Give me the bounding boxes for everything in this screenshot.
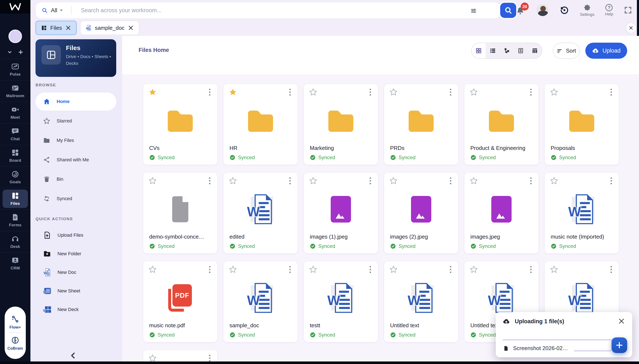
star-outline-icon[interactable] [470,88,478,96]
card-hr[interactable]: HRSynced [224,84,297,165]
rail-item-pulse[interactable]: Pulse [0,59,31,80]
card-images-jpeg[interactable]: images.jpegSynced [464,173,538,253]
card-music-note-imported[interactable]: Wmusic note (Imported)Synced [545,173,619,253]
card-demo-symbol-conce[interactable]: demo-symbol-conce…Synced [143,173,217,253]
kebab-menu-icon[interactable] [206,265,213,274]
card-prds[interactable]: PRDsSynced [384,84,458,165]
sidebar-item-my-files[interactable]: My Files [36,131,116,150]
toast-close-icon[interactable] [618,318,625,325]
rail-item-chat[interactable]: Chat [0,123,31,145]
rail-item-forms[interactable]: Forms [0,210,31,231]
star-outline-icon[interactable] [309,265,317,274]
kebab-menu-icon[interactable] [366,265,374,274]
card-edited[interactable]: WeditedSynced [224,173,297,253]
tab-sample-doc[interactable]: Wsample_doc [80,21,139,35]
tab-close-icon[interactable] [128,25,134,31]
kebab-menu-icon[interactable] [366,176,374,185]
search-filters-icon[interactable] [470,8,477,14]
flow-icon[interactable] [11,315,20,324]
kebab-menu-icon[interactable] [607,176,615,185]
star-outline-icon[interactable] [309,88,317,96]
chevron-down-icon[interactable] [7,50,13,55]
card-testt[interactable]: WtesttSynced [304,262,378,342]
star-outline-icon[interactable] [309,176,317,185]
rail-item-meet[interactable]: Meet [0,102,31,123]
fullscreen-icon[interactable] [624,6,632,14]
star-outline-icon[interactable] [389,265,398,274]
collapse-panel-icon[interactable] [69,351,78,360]
star-outline-icon[interactable] [550,176,558,185]
rail-item-files[interactable]: Files [0,188,31,210]
search-input[interactable] [81,7,475,14]
kebab-menu-icon[interactable] [607,265,615,274]
star-outline-icon[interactable] [148,176,157,185]
sidebar-item-home[interactable]: Home [36,92,116,111]
quick-action-new-deck[interactable]: WNew Deck [36,300,116,319]
kebab-menu-icon[interactable] [527,176,535,185]
history-icon[interactable] [559,5,569,15]
rail-item-mailroom[interactable]: Mailroom [0,80,31,102]
tab-files[interactable]: Files [36,21,77,35]
star-filled-icon[interactable] [148,88,157,96]
quick-action-new-sheet[interactable]: WNew Sheet [36,282,116,300]
star-outline-icon[interactable] [550,265,558,274]
column-view-button[interactable] [528,43,542,58]
search-scope-dropdown[interactable]: All [51,7,63,14]
card-sample-doc[interactable]: Wsample_docSynced [224,262,297,342]
card-proposals[interactable]: ProposalsSynced [545,84,619,165]
grid-view-button[interactable] [472,43,486,58]
sidebar-item-bin[interactable]: Bin [36,170,116,188]
search-button[interactable] [499,2,517,19]
kebab-menu-icon[interactable] [527,265,535,274]
sort-button[interactable]: Sort [553,43,580,59]
detail-view-button[interactable] [514,43,528,58]
kebab-menu-icon[interactable] [527,88,535,96]
star-outline-icon[interactable] [389,88,398,96]
card-marketing[interactable]: MarketingSynced [304,84,378,165]
star-outline-icon[interactable] [470,265,478,274]
card-cvs[interactable]: CVsSynced [143,84,217,165]
rail-item-crm[interactable]: CRM [0,252,31,274]
add-fab-button[interactable] [611,338,627,353]
upload-button[interactable]: Upload [585,43,627,59]
kebab-menu-icon[interactable] [286,88,294,96]
add-workspace-icon[interactable] [18,50,24,55]
tab-close-icon[interactable] [65,25,71,31]
star-outline-icon[interactable] [148,265,157,274]
card-product-engineering[interactable]: Product & EngineeringSynced [464,84,538,165]
kebab-menu-icon[interactable] [286,265,294,274]
kebab-menu-icon[interactable] [447,88,454,96]
close-panel-button[interactable] [625,22,636,33]
workspace-avatar[interactable] [9,30,22,43]
quick-action-new-folder[interactable]: New Folder [36,244,116,263]
star-outline-icon[interactable] [550,88,558,96]
cobrain-icon[interactable] [11,336,20,345]
kebab-menu-icon[interactable] [447,176,454,185]
star-outline-icon[interactable] [148,354,157,362]
help-button[interactable]: ? Help [605,4,613,16]
user-avatar[interactable] [536,4,549,16]
kebab-menu-icon[interactable] [206,354,213,362]
tree-view-button[interactable] [500,43,514,58]
star-outline-icon[interactable] [470,176,478,185]
quick-action-upload-files[interactable]: Upload Files [36,226,116,244]
sidebar-item-starred[interactable]: Starred [36,112,116,130]
rail-item-desk[interactable]: Desk [0,231,31,252]
kebab-menu-icon[interactable] [366,88,374,96]
kebab-menu-icon[interactable] [286,176,294,185]
kebab-menu-icon[interactable] [206,176,213,185]
star-filled-icon[interactable] [229,88,237,96]
kebab-menu-icon[interactable] [447,265,454,274]
card-images-1-jpeg[interactable]: images (1).jpegSynced [304,173,378,253]
kebab-menu-icon[interactable] [607,88,615,96]
card-item[interactable] [143,350,217,362]
card-music-note-pdf[interactable]: PDFmusic note.pdfSynced [143,262,217,342]
sidebar-item-synced[interactable]: Synced [36,190,116,208]
cobrain-label[interactable]: CoBrain [8,346,23,351]
star-outline-icon[interactable] [389,176,398,185]
flow-label[interactable]: Flow+ [10,325,21,330]
settings-button[interactable]: Settings [580,4,594,17]
card-images-2-jpeg[interactable]: images (2).jpegSynced [384,173,458,253]
card-untitled-text[interactable]: WUntitled textSynced [384,262,458,342]
star-outline-icon[interactable] [229,265,237,274]
